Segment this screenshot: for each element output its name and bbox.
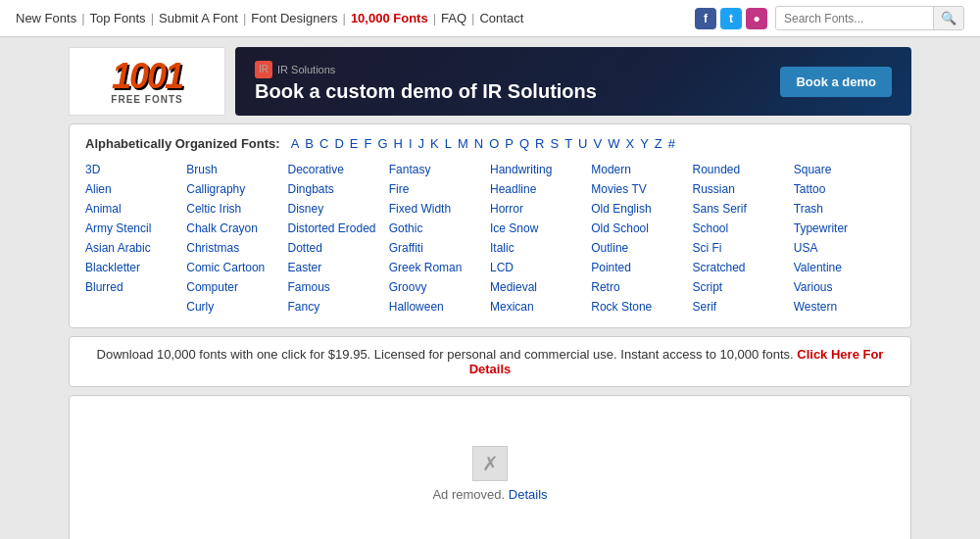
nav-link-contact[interactable]: Contact [479,11,523,25]
alpha-link-u[interactable]: U [578,136,587,151]
font-category-link[interactable]: Pointed [591,259,692,276]
font-category-link[interactable]: Trash [794,200,895,218]
font-category-link[interactable]: Square [794,161,895,178]
font-category-link[interactable]: Retro [591,278,692,296]
alpha-link-#[interactable]: # [668,136,675,151]
font-category-link[interactable]: Sans Serif [693,200,794,218]
nav-link-font-designers[interactable]: Font Designers [251,11,337,25]
font-category-link[interactable]: Groovy [389,278,490,296]
font-category-link[interactable]: Computer [186,278,287,296]
alpha-link-n[interactable]: N [474,136,483,151]
facebook-icon[interactable]: f [695,8,716,29]
font-category-link[interactable]: Gothic [389,220,490,237]
alpha-link-c[interactable]: C [319,136,328,151]
font-category-link[interactable]: Blackletter [85,259,186,276]
font-category-link[interactable]: Famous [288,278,389,296]
alpha-link-v[interactable]: V [594,136,603,151]
font-category-link[interactable]: Rock Stone [591,298,692,316]
font-category-link[interactable]: Script [693,278,794,296]
font-category-link[interactable]: Tattoo [794,180,895,198]
font-category-link[interactable]: Western [794,298,895,316]
font-category-link[interactable]: Dingbats [288,180,389,198]
alpha-link-w[interactable]: W [608,136,619,151]
font-category-link[interactable]: Scratched [693,259,794,276]
nav-link-submit-font[interactable]: Submit A Font [159,11,238,25]
font-category-link[interactable]: Easter [288,259,389,276]
font-category-link[interactable]: Outline [591,239,692,257]
font-category-link[interactable]: Russian [693,180,794,198]
font-category-link[interactable]: Distorted Eroded [288,220,389,237]
font-category-link[interactable]: Disney [288,200,389,218]
nav-link-faq[interactable]: FAQ [441,11,466,25]
font-category-link[interactable]: Movies TV [591,180,692,198]
alpha-link-a[interactable]: A [291,136,300,151]
nav-link-new-fonts[interactable]: New Fonts [16,11,76,25]
font-category-link[interactable]: Graffiti [389,239,490,257]
font-category-link[interactable]: Decorative [288,161,389,178]
alpha-link-o[interactable]: O [489,136,499,151]
alpha-link-g[interactable]: G [377,136,387,151]
ad-details-link[interactable]: Details [509,487,548,502]
font-category-link[interactable]: Handwriting [490,161,591,178]
font-category-link[interactable]: Dotted [288,239,389,257]
font-category-link[interactable]: Army Stencil [85,220,186,237]
font-category-link[interactable]: Chalk Crayon [186,220,287,237]
font-category-link[interactable]: Fixed Width [389,200,490,218]
alpha-link-z[interactable]: Z [655,136,662,151]
search-button[interactable]: 🔍 [933,7,963,29]
nav-link-top-fonts[interactable]: Top Fonts [90,11,146,25]
alpha-link-l[interactable]: L [445,136,452,151]
search-input[interactable] [776,8,933,29]
font-category-link[interactable]: Alien [85,180,186,198]
font-category-link[interactable]: Celtic Irish [186,200,287,218]
font-category-link[interactable]: Various [794,278,895,296]
alpha-link-k[interactable]: K [430,136,439,151]
alpha-link-i[interactable]: I [409,136,413,151]
font-category-link[interactable]: Christmas [186,239,287,257]
font-category-link[interactable]: Fantasy [389,161,490,178]
alpha-link-j[interactable]: J [418,136,425,151]
font-category-link[interactable]: Fancy [288,298,389,316]
font-category-link[interactable]: Comic Cartoon [186,259,287,276]
font-category-link[interactable]: Horror [490,200,591,218]
font-category-link[interactable]: Blurred [85,278,186,296]
font-category-link[interactable]: Medieval [490,278,591,296]
font-category-link[interactable]: Typewriter [794,220,895,237]
alpha-link-t[interactable]: T [564,136,572,151]
font-category-link[interactable]: Curly [186,298,287,316]
font-category-link[interactable]: Fire [389,180,490,198]
alpha-link-m[interactable]: M [458,136,468,151]
logo[interactable]: 1001 FREE FONTS [69,47,225,116]
ad-cta-button[interactable]: Book a demo [780,67,892,97]
alpha-link-r[interactable]: R [535,136,544,151]
alpha-link-p[interactable]: P [505,136,514,151]
font-category-link[interactable]: Serif [693,298,794,316]
font-category-link[interactable]: Headline [490,180,591,198]
font-category-link[interactable]: Old School [591,220,692,237]
font-category-link[interactable]: Old English [591,200,692,218]
alpha-link-x[interactable]: X [625,136,634,151]
font-category-link[interactable]: Animal [85,200,186,218]
alpha-link-h[interactable]: H [394,136,403,151]
font-category-link[interactable]: Rounded [693,161,794,178]
font-category-link[interactable]: Ice Snow [490,220,591,237]
font-category-link[interactable]: Sci Fi [693,239,794,257]
alpha-link-b[interactable]: B [305,136,314,151]
font-category-link[interactable]: USA [794,239,895,257]
font-category-link[interactable]: Modern [591,161,692,178]
font-category-link[interactable]: Asian Arabic [85,239,186,257]
nav-link-10k-fonts[interactable]: 10,000 Fonts [351,11,428,25]
alpha-link-d[interactable]: D [334,136,343,151]
alpha-link-s[interactable]: S [550,136,559,151]
alpha-link-f[interactable]: F [364,136,371,151]
font-category-link[interactable]: 3D [85,161,186,178]
alpha-link-e[interactable]: E [350,136,359,151]
twitter-icon[interactable]: t [720,8,742,29]
font-category-link[interactable]: LCD [490,259,591,276]
font-category-link[interactable]: Halloween [389,298,490,316]
font-category-link[interactable]: School [693,220,794,237]
font-category-link[interactable]: Italic [490,239,591,257]
font-category-link[interactable]: Valentine [794,259,895,276]
font-category-link[interactable]: Greek Roman [389,259,490,276]
alpha-link-q[interactable]: Q [519,136,529,151]
